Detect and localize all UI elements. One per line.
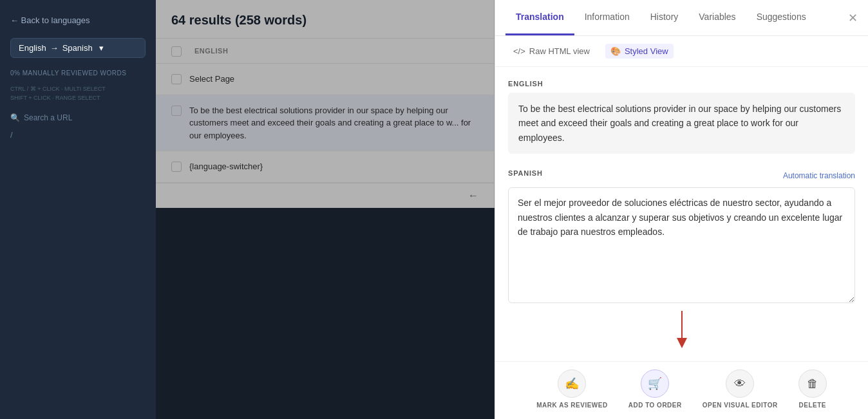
header-checkbox-col: [171, 45, 187, 57]
down-arrow-icon: [677, 311, 687, 349]
lang-arrow-icon: →: [50, 43, 59, 53]
progress-label: 0% MANUALLY REVIEWED WORDS: [10, 70, 146, 77]
panel-actions: ✍ MARK AS REVIEWED 🛒 ADD TO ORDER 👁 OPEN…: [495, 361, 868, 419]
col-english-header: ENGLISH: [194, 47, 478, 55]
trash-icon: 🗑: [807, 377, 818, 391]
main-content: 64 results (258 words) ENGLISH Select Pa…: [156, 0, 495, 208]
shortcut-hints: CTRL / ⌘ + CLICK · MULTI SELECT SHIFT + …: [0, 79, 156, 108]
main-wrapper: 64 results (258 words) ENGLISH Select Pa…: [156, 0, 495, 419]
add-to-order-icon-circle: 🛒: [641, 369, 669, 398]
tab-history[interactable]: History: [640, 0, 689, 35]
automatic-translation-link[interactable]: Automatic translation: [783, 171, 855, 180]
spanish-section-header: SPANISH Automatic translation: [508, 169, 855, 182]
styled-view-button[interactable]: 🎨 Styled View: [605, 44, 674, 59]
panel-close-button[interactable]: ✕: [848, 12, 858, 24]
slash-label: /: [0, 127, 156, 142]
language-selector[interactable]: English → Spanish ▾: [10, 38, 146, 58]
mark-as-reviewed-button[interactable]: ✍ MARK AS REVIEWED: [536, 369, 607, 409]
sidebar: ← Back to languages English → Spanish ▾ …: [0, 0, 156, 419]
tab-translation[interactable]: Translation: [505, 0, 574, 35]
row-text: Select Page: [189, 73, 478, 86]
open-visual-editor-icon-circle: 👁: [726, 369, 754, 398]
english-section-label: ENGLISH: [508, 80, 855, 88]
arrow-indicator: [508, 311, 855, 349]
mark-reviewed-icon-circle: ✍: [558, 369, 586, 398]
mark-reviewed-icon: ✍: [565, 377, 579, 391]
table-row[interactable]: To be the best electrical solutions prov…: [156, 95, 494, 152]
svg-marker-1: [677, 338, 687, 348]
progress-area: 0% MANUALLY REVIEWED WORDS: [0, 66, 156, 79]
open-visual-editor-button[interactable]: 👁 OPEN VISUAL EDITOR: [703, 369, 778, 409]
row-checkbox[interactable]: [171, 106, 182, 116]
add-to-order-button[interactable]: 🛒 ADD TO ORDER: [628, 369, 682, 409]
code-icon: </>: [513, 46, 525, 56]
raw-html-view-button[interactable]: </> Raw HTML view: [508, 44, 595, 59]
tab-suggestions[interactable]: Suggestions: [746, 0, 816, 35]
back-arrow-button[interactable]: ←: [468, 190, 478, 201]
right-panel: Translation Information History Variable…: [495, 0, 868, 419]
view-toggle: </> Raw HTML view 🎨 Styled View: [495, 36, 868, 67]
table-row[interactable]: {language-switcher}: [156, 151, 494, 183]
select-all-checkbox[interactable]: [171, 46, 182, 57]
results-count: 64 results (258 words): [171, 13, 478, 28]
add-to-order-icon: 🛒: [648, 377, 662, 391]
delete-label: DELETE: [798, 402, 826, 409]
spanish-section-label: SPANISH: [508, 169, 543, 177]
add-to-order-label: ADD TO ORDER: [628, 402, 682, 409]
search-url-input[interactable]: 🔍 Search a URL: [10, 113, 146, 122]
mark-reviewed-label: MARK AS REVIEWED: [536, 402, 607, 409]
open-visual-editor-label: OPEN VISUAL EDITOR: [703, 402, 778, 409]
main-header: 64 results (258 words): [156, 0, 494, 39]
tab-information[interactable]: Information: [574, 0, 640, 35]
row-text: To be the best electrical solutions prov…: [189, 104, 478, 142]
row-text: {language-switcher}: [189, 160, 478, 173]
panel-tabs: Translation Information History Variable…: [495, 0, 868, 36]
search-icon: 🔍: [10, 113, 20, 122]
english-text-box: To be the best electrical solutions prov…: [508, 93, 855, 154]
eye-icon: 👁: [734, 377, 746, 391]
back-to-languages-button[interactable]: ← Back to languages: [0, 10, 156, 30]
table-row[interactable]: Select Page: [156, 64, 494, 95]
delete-icon-circle: 🗑: [798, 369, 827, 398]
spanish-translation-textarea[interactable]: [508, 187, 855, 303]
tab-variables[interactable]: Variables: [688, 0, 746, 35]
lang-from-label: English: [19, 43, 46, 53]
row-checkbox[interactable]: [171, 74, 182, 84]
table-header: ENGLISH: [156, 39, 494, 64]
styled-icon: 🎨: [610, 46, 621, 56]
row-checkbox[interactable]: [171, 162, 182, 172]
lang-to-label: Spanish: [62, 43, 93, 53]
actions-row: ✍ MARK AS REVIEWED 🛒 ADD TO ORDER 👁 OPEN…: [508, 369, 855, 409]
bottom-bar: ←: [156, 183, 494, 208]
panel-body: ENGLISH To be the best electrical soluti…: [495, 67, 868, 361]
dropdown-icon: ▾: [99, 43, 104, 53]
delete-button[interactable]: 🗑 DELETE: [798, 369, 827, 409]
